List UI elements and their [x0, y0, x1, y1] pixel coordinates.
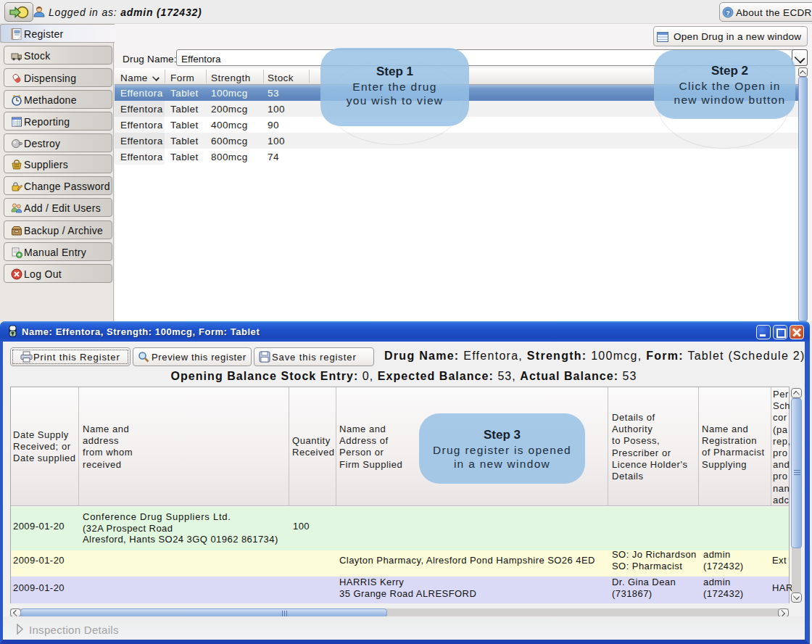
- svg-text:?: ?: [726, 9, 730, 17]
